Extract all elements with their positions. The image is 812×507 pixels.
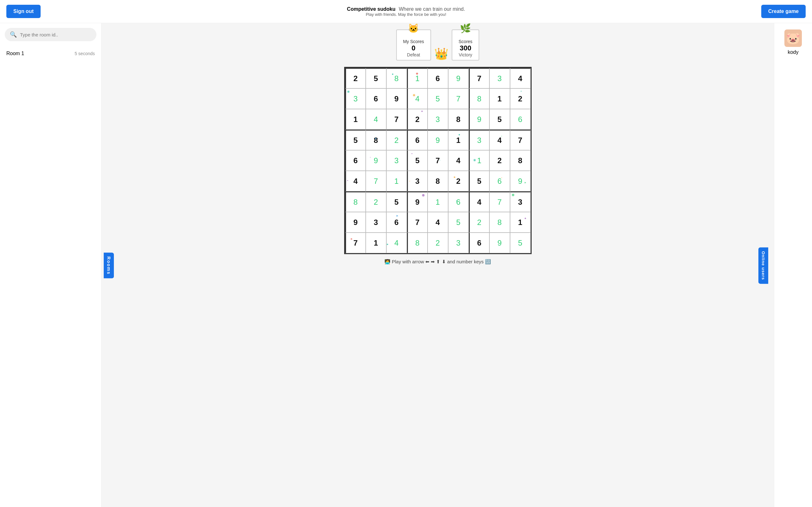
sudoku-cell[interactable]: 1◉	[469, 150, 490, 171]
sudoku-cell[interactable]: 2	[490, 150, 510, 171]
sudoku-cell[interactable]: 9▫	[366, 150, 386, 171]
sudoku-cell[interactable]: 6	[427, 68, 448, 89]
room-item[interactable]: Room 1 5 seconds	[5, 48, 96, 60]
sudoku-cell[interactable]: 2	[366, 191, 386, 212]
sudoku-cell[interactable]: 1◆	[407, 68, 427, 89]
sudoku-cell[interactable]: 4◉	[407, 89, 427, 109]
sudoku-cell[interactable]: 7	[490, 191, 510, 212]
sudoku-cell[interactable]: 8	[427, 171, 448, 191]
sudoku-cell[interactable]: 2▪	[510, 89, 531, 109]
sudoku-cell[interactable]: 1●	[448, 130, 469, 150]
sudoku-cell[interactable]: 7	[386, 109, 407, 130]
sudoku-cell[interactable]: 9	[386, 89, 407, 109]
create-game-button[interactable]: Create game	[761, 5, 806, 18]
sudoku-cell[interactable]: 7	[407, 212, 427, 233]
sudoku-cell[interactable]: 6	[469, 233, 490, 253]
rooms-tab[interactable]: Rooms	[104, 252, 114, 278]
sign-out-button[interactable]: Sign out	[6, 5, 41, 18]
sudoku-cell[interactable]: 8	[510, 150, 531, 171]
search-box: 🔍	[5, 28, 96, 41]
sudoku-cell[interactable]: 4▪	[345, 171, 366, 191]
user-profile: 🐷 kody	[784, 30, 802, 55]
sudoku-cell[interactable]: 4	[427, 212, 448, 233]
sudoku-cell[interactable]: 8	[345, 191, 366, 212]
sudoku-cell[interactable]: 2▸	[448, 171, 469, 191]
sudoku-cell[interactable]: 7	[366, 171, 386, 191]
room-time: 5 seconds	[74, 51, 95, 56]
sudoku-cell[interactable]: 4	[510, 68, 531, 89]
sudoku-cell[interactable]: 5	[469, 171, 490, 191]
sudoku-cell[interactable]: 3	[448, 233, 469, 253]
sudoku-cell[interactable]: 5	[510, 233, 531, 253]
sudoku-cell[interactable]: 4	[469, 191, 490, 212]
sudoku-cell[interactable]: 5	[366, 68, 386, 89]
center-area: 🐱 My Scores 0 Defeat 👑 🌿 Scores 300 Vict…	[101, 23, 774, 507]
sudoku-cell[interactable]: 3	[469, 130, 490, 150]
sudoku-cell[interactable]: 1	[490, 89, 510, 109]
sudoku-cell[interactable]: 4▫	[490, 130, 510, 150]
sudoku-cell[interactable]: 3	[366, 212, 386, 233]
crown-icon: 👑	[434, 47, 449, 60]
sudoku-cell[interactable]: 5	[386, 191, 407, 212]
sudoku-cell[interactable]: 1●	[510, 212, 531, 233]
sudoku-cell[interactable]: 2	[386, 130, 407, 150]
sudoku-cell[interactable]: 9	[469, 109, 490, 130]
sudoku-cell[interactable]: 9◉	[407, 191, 427, 212]
sudoku-cell[interactable]: 8●	[386, 68, 407, 89]
sudoku-cell[interactable]: 7	[510, 130, 531, 150]
sudoku-cell[interactable]: 4●	[386, 233, 407, 253]
sudoku-cell[interactable]: 8	[469, 89, 490, 109]
my-score-result: Defeat	[403, 52, 424, 57]
sudoku-cell[interactable]: 6▫	[490, 171, 510, 191]
sudoku-cell[interactable]: 7▸	[345, 233, 366, 253]
search-icon: 🔍	[10, 31, 17, 38]
sudoku-cell[interactable]: 3◉	[345, 89, 366, 109]
online-users-tab[interactable]: Online users	[758, 247, 768, 284]
sudoku-cell[interactable]: 8●	[366, 130, 386, 150]
sudoku-grid[interactable]: 258●1◆697343◉694◉57812▪1472●3895658●2691…	[344, 67, 531, 254]
sudoku-cell[interactable]: 4	[448, 150, 469, 171]
sudoku-cell[interactable]: 2	[427, 233, 448, 253]
sudoku-cell[interactable]: 5	[490, 109, 510, 130]
sudoku-cell[interactable]: 8	[448, 109, 469, 130]
sudoku-cell[interactable]: 9	[427, 130, 448, 150]
sudoku-cell[interactable]: 6	[510, 109, 531, 130]
header-title: Competitive sudoku Where we can train ou…	[347, 6, 465, 12]
sudoku-cell[interactable]: 6▪	[448, 191, 469, 212]
sudoku-cell[interactable]: 7	[448, 89, 469, 109]
sudoku-cell[interactable]: 1	[366, 233, 386, 253]
user-avatar: 🐷	[784, 30, 802, 47]
sudoku-cell[interactable]: 1	[427, 191, 448, 212]
sudoku-cell[interactable]: 5	[427, 89, 448, 109]
sudoku-cell[interactable]: 4	[366, 109, 386, 130]
sudoku-cell[interactable]: 3	[386, 150, 407, 171]
score-panel: 🐱 My Scores 0 Defeat 👑 🌿 Scores 300 Vict…	[396, 30, 479, 60]
sudoku-cell[interactable]: 2●	[407, 109, 427, 130]
my-score-value: 0	[403, 44, 424, 52]
search-input[interactable]	[20, 32, 91, 38]
sudoku-cell[interactable]: 9▸	[510, 171, 531, 191]
sudoku-cell[interactable]: 6	[366, 89, 386, 109]
sudoku-cell[interactable]: 8	[490, 212, 510, 233]
sudoku-cell[interactable]: 2	[345, 68, 366, 89]
sudoku-cell[interactable]: 3◉	[510, 191, 531, 212]
sudoku-cell[interactable]: 9	[345, 212, 366, 233]
sudoku-cell[interactable]: 3▫	[407, 171, 427, 191]
sudoku-cell[interactable]: 6	[407, 130, 427, 150]
sudoku-cell[interactable]: 5▪	[407, 150, 427, 171]
sudoku-cell[interactable]: 5	[345, 130, 366, 150]
sudoku-cell[interactable]: 9	[490, 233, 510, 253]
sudoku-cell[interactable]: 1	[345, 109, 366, 130]
sudoku-cell[interactable]: 8	[407, 233, 427, 253]
sudoku-cell[interactable]: 3	[427, 109, 448, 130]
sudoku-cell[interactable]: 9	[448, 68, 469, 89]
sudoku-cell[interactable]: 1	[386, 171, 407, 191]
sudoku-cell[interactable]: 7▫	[427, 150, 448, 171]
sudoku-cell[interactable]: 7	[469, 68, 490, 89]
sudoku-cell[interactable]: 6	[345, 150, 366, 171]
sudoku-cell[interactable]: 5	[448, 212, 469, 233]
sudoku-cell[interactable]: 2	[469, 212, 490, 233]
sudoku-cell[interactable]: 6▸	[386, 212, 407, 233]
sudoku-cell[interactable]: 3	[490, 68, 510, 89]
opponent-score-value: 300	[459, 44, 473, 52]
